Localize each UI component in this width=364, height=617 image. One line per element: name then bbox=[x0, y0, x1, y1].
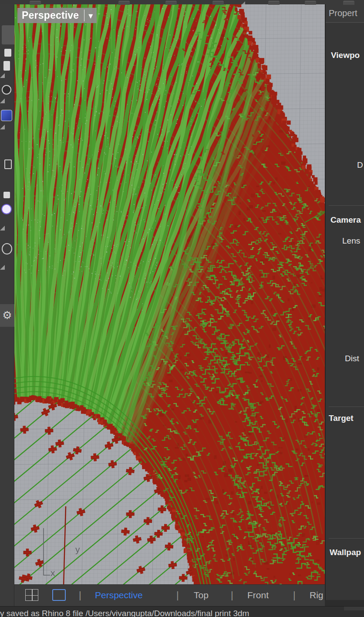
field-display-label: D bbox=[357, 160, 363, 170]
tool-icon[interactable] bbox=[1, 204, 12, 214]
top-toolbar bbox=[0, 0, 364, 4]
tab-properties[interactable]: Propert bbox=[329, 8, 357, 18]
tab-top[interactable]: Top bbox=[194, 590, 209, 600]
toolbar-button-fragment[interactable] bbox=[118, 1, 130, 5]
tool-icon[interactable] bbox=[4, 49, 11, 57]
tool-icon[interactable] bbox=[3, 192, 10, 198]
tab-separator: | bbox=[231, 590, 233, 601]
flyout-arrow-icon bbox=[0, 73, 5, 78]
tab-separator: | bbox=[176, 590, 179, 601]
viewport-title: Perspective bbox=[17, 10, 84, 21]
section-camera-label: Camera bbox=[330, 215, 361, 225]
status-message: y saved as Rhino 8 file /Users/vivangupt… bbox=[0, 609, 249, 617]
section-viewport-label: Viewpo bbox=[331, 51, 360, 60]
chevron-down-icon: ▾ bbox=[84, 10, 97, 21]
divider bbox=[329, 538, 364, 539]
toolbar-button-fragment[interactable] bbox=[30, 1, 41, 5]
divider bbox=[329, 407, 364, 407]
tool-icon[interactable] bbox=[4, 159, 12, 169]
properties-panel: Propert Viewpo D Camera Lens Dist Target… bbox=[325, 4, 364, 600]
left-toolbar: ⚙ bbox=[0, 4, 14, 606]
tab-separator: | bbox=[293, 590, 296, 601]
section-wallpaper-label: Wallpap bbox=[330, 548, 361, 557]
toolbar-button-fragment[interactable] bbox=[343, 1, 354, 5]
tab-perspective[interactable]: Perspective bbox=[95, 590, 143, 600]
tab-front[interactable]: Front bbox=[247, 590, 269, 600]
gear-icon[interactable]: ⚙ bbox=[0, 304, 14, 327]
field-distance-label: Dist bbox=[345, 354, 359, 363]
divider bbox=[329, 205, 364, 206]
tool-icon[interactable] bbox=[1, 110, 12, 121]
viewport-title-dropdown[interactable]: Perspective ▾ bbox=[17, 8, 97, 23]
four-pane-layout-icon[interactable] bbox=[25, 589, 38, 601]
viewport: Perspective ▾ bbox=[14, 4, 325, 584]
toolbar-button-fragment[interactable] bbox=[212, 1, 224, 5]
flyout-arrow-icon bbox=[0, 125, 5, 129]
tool-icon[interactable] bbox=[2, 85, 11, 95]
toolbar-button-fragment[interactable] bbox=[305, 1, 316, 5]
flyout-arrow-icon bbox=[0, 98, 5, 103]
panel-edge-fragment bbox=[344, 607, 364, 610]
viewport-tab-bar: | Perspective | Top | Front | Rig bbox=[14, 584, 325, 606]
tab-right[interactable]: Rig bbox=[310, 590, 324, 600]
flyout-arrow-icon bbox=[0, 265, 5, 270]
flyout-arrow-icon bbox=[242, 1, 245, 4]
tab-separator: | bbox=[79, 590, 81, 601]
viewport-canvas[interactable] bbox=[14, 4, 325, 584]
flyout-arrow-icon bbox=[0, 226, 5, 231]
section-target-label: Target bbox=[329, 414, 354, 423]
status-bar: y saved as Rhino 8 file /Users/vivangupt… bbox=[0, 606, 364, 617]
single-pane-layout-icon[interactable] bbox=[52, 589, 66, 601]
toolbar-button-fragment[interactable] bbox=[165, 1, 177, 5]
tool-icon[interactable] bbox=[3, 61, 10, 71]
field-lens-label: Lens bbox=[342, 236, 360, 246]
tool-icon[interactable] bbox=[2, 243, 12, 254]
toolbar-button-fragment[interactable] bbox=[268, 1, 280, 5]
active-tool-button[interactable] bbox=[2, 25, 14, 44]
